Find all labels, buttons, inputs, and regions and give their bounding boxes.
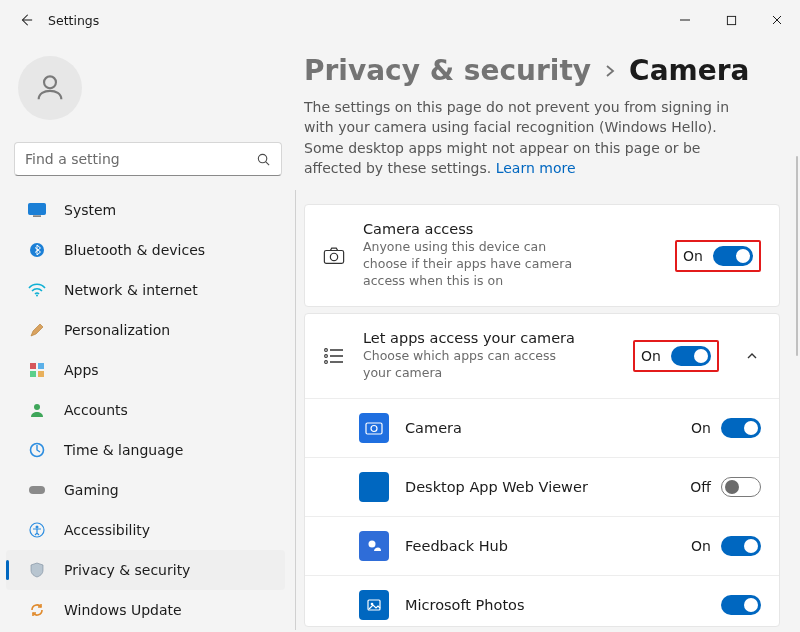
app-row-camera: Camera On bbox=[305, 398, 779, 457]
page-title: Camera bbox=[629, 54, 749, 87]
bluetooth-icon bbox=[28, 241, 46, 259]
app-row-feedback-hub: Feedback Hub On bbox=[305, 516, 779, 575]
app-toggle[interactable] bbox=[721, 536, 761, 556]
window-title: Settings bbox=[48, 13, 99, 28]
toggle-label: On bbox=[691, 420, 711, 436]
nav-list: System Bluetooth & devices Network & int… bbox=[0, 190, 296, 632]
nav-item-accounts[interactable]: Accounts bbox=[6, 390, 285, 430]
wifi-icon bbox=[28, 281, 46, 299]
breadcrumb-parent[interactable]: Privacy & security bbox=[304, 54, 591, 87]
setting-title: Let apps access your camera bbox=[363, 330, 615, 346]
maximize-button[interactable] bbox=[708, 4, 754, 36]
nav-item-time[interactable]: Time & language bbox=[6, 430, 285, 470]
svg-rect-13 bbox=[29, 486, 45, 494]
app-name: Feedback Hub bbox=[405, 538, 675, 554]
nav-item-system[interactable]: System bbox=[6, 190, 285, 230]
account-icon bbox=[28, 401, 46, 419]
app-toggle[interactable] bbox=[721, 477, 761, 497]
camera-icon bbox=[323, 246, 345, 266]
nav-label: Apps bbox=[64, 362, 99, 378]
nav-item-apps[interactable]: Apps bbox=[6, 350, 285, 390]
svg-point-17 bbox=[330, 253, 337, 260]
learn-more-link[interactable]: Learn more bbox=[496, 160, 576, 176]
toggle-label: On bbox=[641, 348, 661, 364]
app-row-photos: Microsoft Photos bbox=[305, 575, 779, 626]
nav-label: System bbox=[64, 202, 116, 218]
accessibility-icon bbox=[28, 521, 46, 539]
close-button[interactable] bbox=[754, 4, 800, 36]
nav-label: Accessibility bbox=[64, 522, 150, 538]
let-apps-toggle[interactable] bbox=[671, 346, 711, 366]
svg-rect-0 bbox=[727, 16, 735, 24]
highlight-box: On bbox=[633, 340, 719, 372]
app-name: Desktop App Web Viewer bbox=[405, 479, 674, 495]
app-name: Microsoft Photos bbox=[405, 597, 705, 613]
camera-access-toggle[interactable] bbox=[713, 246, 753, 266]
content-pane: Privacy & security Camera The settings o… bbox=[296, 40, 800, 632]
app-toggle[interactable] bbox=[721, 418, 761, 438]
titlebar: Settings bbox=[0, 0, 800, 40]
app-icon bbox=[359, 531, 389, 561]
search-icon bbox=[256, 152, 271, 167]
svg-point-2 bbox=[258, 154, 266, 162]
chevron-right-icon bbox=[603, 64, 617, 78]
back-button[interactable] bbox=[14, 13, 38, 27]
shield-icon bbox=[28, 561, 46, 579]
nav-item-gaming[interactable]: Gaming bbox=[6, 470, 285, 510]
nav-label: Bluetooth & devices bbox=[64, 242, 205, 258]
svg-rect-3 bbox=[29, 204, 46, 215]
svg-point-23 bbox=[369, 540, 376, 547]
svg-rect-7 bbox=[30, 363, 36, 369]
breadcrumb: Privacy & security Camera bbox=[304, 54, 780, 87]
app-toggle[interactable] bbox=[721, 595, 761, 615]
nav-label: Privacy & security bbox=[64, 562, 190, 578]
nav-label: Gaming bbox=[64, 482, 119, 498]
display-icon bbox=[28, 201, 46, 219]
nav-label: Network & internet bbox=[64, 282, 198, 298]
app-icon bbox=[359, 590, 389, 620]
svg-point-1 bbox=[44, 76, 56, 88]
svg-rect-16 bbox=[324, 250, 343, 263]
svg-rect-4 bbox=[33, 216, 41, 217]
svg-rect-10 bbox=[38, 371, 44, 377]
svg-point-6 bbox=[36, 295, 38, 297]
expand-chevron-up-icon[interactable] bbox=[745, 349, 761, 363]
camera-access-card: Camera access Anyone using this device c… bbox=[304, 204, 780, 307]
nav-item-accessibility[interactable]: Accessibility bbox=[6, 510, 285, 550]
svg-point-15 bbox=[36, 526, 39, 529]
person-icon bbox=[33, 71, 67, 105]
toggle-label: On bbox=[683, 248, 703, 264]
highlight-box: On bbox=[675, 240, 761, 272]
nav-item-network[interactable]: Network & internet bbox=[6, 270, 285, 310]
setting-subtitle: Anyone using this device can choose if t… bbox=[363, 239, 583, 290]
app-row-desktop-viewer: Desktop App Web Viewer Off bbox=[305, 457, 779, 516]
sidebar: System Bluetooth & devices Network & int… bbox=[0, 40, 296, 632]
nav-label: Windows Update bbox=[64, 602, 182, 618]
page-description: The settings on this page do not prevent… bbox=[304, 97, 744, 178]
toggle-label: Off bbox=[690, 479, 711, 495]
toggle-label: On bbox=[691, 538, 711, 554]
svg-point-18 bbox=[325, 348, 328, 351]
search-box[interactable] bbox=[14, 142, 282, 176]
nav-label: Personalization bbox=[64, 322, 170, 338]
nav-item-bluetooth[interactable]: Bluetooth & devices bbox=[6, 230, 285, 270]
nav-item-update[interactable]: Windows Update bbox=[6, 590, 285, 630]
scrollbar[interactable] bbox=[796, 156, 798, 356]
svg-point-11 bbox=[34, 404, 40, 410]
setting-title: Camera access bbox=[363, 221, 657, 237]
gaming-icon bbox=[28, 481, 46, 499]
search-input[interactable] bbox=[25, 151, 256, 167]
svg-rect-8 bbox=[38, 363, 44, 369]
nav-label: Accounts bbox=[64, 402, 128, 418]
user-avatar[interactable] bbox=[18, 56, 82, 120]
brush-icon bbox=[28, 321, 46, 339]
minimize-button[interactable] bbox=[662, 4, 708, 36]
globe-clock-icon bbox=[28, 441, 46, 459]
nav-label: Time & language bbox=[64, 442, 183, 458]
let-apps-card: Let apps access your camera Choose which… bbox=[304, 313, 780, 627]
nav-item-personalization[interactable]: Personalization bbox=[6, 310, 285, 350]
svg-point-22 bbox=[371, 425, 377, 431]
nav-item-privacy[interactable]: Privacy & security bbox=[6, 550, 285, 590]
svg-rect-21 bbox=[366, 423, 382, 434]
setting-subtitle: Choose which apps can access your camera bbox=[363, 348, 583, 382]
